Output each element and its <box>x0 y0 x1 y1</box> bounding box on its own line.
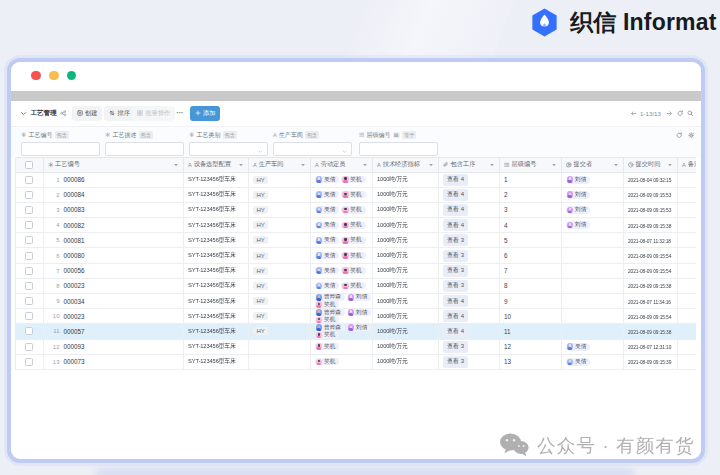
table-row-11[interactable]: 11000057SYT-123456型车床HY曾烨森刘倩笑机1000吨/万元查看… <box>16 324 696 339</box>
column-header-staff[interactable]: A劳动定员 <box>311 158 373 172</box>
view-procs-button[interactable]: 查看 3 <box>443 265 468 277</box>
column-header-device[interactable]: A设备选型配置 <box>184 158 249 172</box>
column-label: 技术经济指标 <box>383 160 420 169</box>
caret-down-icon[interactable] <box>428 162 434 168</box>
row-checkbox[interactable] <box>25 343 33 351</box>
view-procs-button[interactable]: 查看 4 <box>443 325 468 337</box>
search-icon[interactable] <box>687 101 694 126</box>
column-header-time[interactable]: 提交时间 <box>624 158 678 172</box>
filter-label: 层级编号等于 <box>359 130 438 140</box>
view-procs-button[interactable]: 查看 4 <box>443 219 468 231</box>
numbered-list-icon <box>359 132 365 138</box>
table-row-8[interactable]: 8000023SYT-123456型车床HY吴倩笑机1000吨/万元查看 382… <box>16 279 696 294</box>
refresh-icon[interactable] <box>677 101 684 126</box>
column-label: 备注 <box>688 160 696 169</box>
table-row-10[interactable]: 10000023SYT-123456型车床HY曾烨森刘倩笑机1000吨/万元查看… <box>16 309 696 324</box>
close-window-button[interactable] <box>31 71 41 81</box>
pagination-prev-icon[interactable] <box>630 101 637 126</box>
caret-down-icon[interactable] <box>489 162 495 168</box>
filter-select[interactable] <box>273 142 352 156</box>
table-row-2[interactable]: 2000084SYT-123456型车床HY吴倩笑机1000吨/万元查看 42刘… <box>16 188 696 203</box>
view-procs-button[interactable]: 查看 4 <box>443 310 468 322</box>
row-checkbox[interactable] <box>25 236 33 244</box>
row-checkbox[interactable] <box>25 206 33 214</box>
filter-input[interactable] <box>21 142 100 156</box>
table-row-4[interactable]: 4000082SYT-123456型车床HY吴倩笑机1000吨/万元查看 44刘… <box>16 218 696 233</box>
select-all-checkbox[interactable] <box>25 161 33 169</box>
cell-workshop: HY <box>249 173 311 187</box>
app-window: 工艺管理 创建 排序 批量操作 ⋯ 添加 1-13/13 工艺编号包含工艺描述包… <box>11 62 701 459</box>
cell-procs: 查看 4 <box>439 173 500 187</box>
cell-device: SYT-123456型车床 <box>184 173 249 187</box>
caret-down-icon[interactable] <box>613 162 619 168</box>
column-header-workshop[interactable]: A生产车间 <box>249 158 311 172</box>
row-checkbox[interactable] <box>25 297 33 305</box>
maximize-window-button[interactable] <box>67 71 77 81</box>
view-procs-button[interactable]: 查看 3 <box>443 250 468 262</box>
asterisk-icon <box>189 132 195 138</box>
table-row-7[interactable]: 7000056SYT-123456型车床HY吴倩笑机1000吨/万元查看 372… <box>16 264 696 279</box>
filter-refresh-icon[interactable] <box>676 132 683 139</box>
caret-down-icon[interactable] <box>238 162 244 168</box>
cell-submitter <box>562 248 624 262</box>
table-row-6[interactable]: 6000080SYT-123456型车床HY吴倩笑机1000吨/万元查看 362… <box>16 248 696 263</box>
row-checkbox[interactable] <box>25 267 33 275</box>
column-header-remark[interactable]: A备注 <box>678 158 696 172</box>
filter-field-name: 工艺描述 <box>113 131 137 140</box>
row-checkbox[interactable] <box>25 221 33 229</box>
workshop-tag: HY <box>253 191 268 199</box>
user-chip: 刘倩 <box>566 206 590 214</box>
grid-icon <box>137 110 143 116</box>
row-checkbox[interactable] <box>25 358 33 366</box>
view-procs-button[interactable]: 查看 4 <box>443 204 468 216</box>
time-value: 2021-08-09 09:15:39 <box>628 358 671 365</box>
filter-input[interactable] <box>105 142 184 156</box>
column-header-seq[interactable]: 层级编号 <box>500 158 562 172</box>
column-header-code[interactable]: 工艺编号 <box>44 158 185 172</box>
pagination-next-icon[interactable] <box>666 101 673 126</box>
column-header-tech[interactable]: A技术经济指标 <box>373 158 439 172</box>
table-row-13[interactable]: 13000073SYT-123456型车床笑机1000吨/万元查看 313吴倩2… <box>16 355 696 370</box>
add-button[interactable]: 添加 <box>190 106 221 121</box>
user-name: 吴倩 <box>324 252 335 260</box>
share-icon[interactable] <box>60 101 67 126</box>
table-row-3[interactable]: 3000083SYT-123456型车床HY吴倩笑机1000吨/万元查看 43刘… <box>16 203 696 218</box>
view-procs-button[interactable]: 查看 3 <box>443 341 468 353</box>
caret-down-icon[interactable] <box>173 162 179 168</box>
caret-down-icon[interactable] <box>551 162 557 168</box>
row-checkbox[interactable] <box>25 176 33 184</box>
view-procs-button[interactable]: 查看 3 <box>443 234 468 246</box>
table-row-1[interactable]: 1000086SYT-123456型车床HY吴倩笑机1000吨/万元查看 41刘… <box>16 173 696 188</box>
sort-button[interactable]: 排序 <box>104 106 135 121</box>
filter-settings-gear-icon[interactable] <box>688 132 695 139</box>
asterisk-icon <box>48 162 54 168</box>
row-checkbox[interactable] <box>25 191 33 199</box>
row-checkbox[interactable] <box>25 312 33 320</box>
row-checkbox[interactable] <box>25 252 33 260</box>
table-row-5[interactable]: 5000081SYT-123456型车床HY吴倩笑机1000吨/万元查看 352… <box>16 233 696 248</box>
view-procs-button[interactable]: 查看 4 <box>443 189 468 201</box>
cell-remark <box>678 173 696 187</box>
batch-actions-button[interactable]: 批量操作 <box>132 106 175 121</box>
row-checkbox[interactable] <box>25 327 33 335</box>
view-procs-button[interactable]: 查看 4 <box>443 174 468 186</box>
table-row-9[interactable]: 9000034SYT-123456型车床HY曾烨森刘倩笑机1000吨/万元查看 … <box>16 294 696 309</box>
caret-down-icon[interactable] <box>300 162 306 168</box>
more-button[interactable]: ⋯ <box>176 101 183 126</box>
table-row-12[interactable]: 12000093SYT-123456型车床笑机1000吨/万元查看 312吴倩2… <box>16 340 696 355</box>
collapse-chevron-down-icon[interactable] <box>20 101 27 126</box>
caret-down-icon[interactable] <box>667 162 673 168</box>
filter-input[interactable] <box>359 142 438 156</box>
cell-seq: 3 <box>500 203 562 217</box>
create-button[interactable]: 创建 <box>72 106 103 121</box>
column-header-procs[interactable]: 包含工序 <box>439 158 500 172</box>
caret-down-icon[interactable] <box>362 162 368 168</box>
view-procs-button[interactable]: 查看 3 <box>443 356 468 368</box>
column-header-submitter[interactable]: 提交者 <box>562 158 624 172</box>
cell-procs: 查看 4 <box>439 218 500 232</box>
row-checkbox[interactable] <box>25 282 33 290</box>
view-procs-button[interactable]: 查看 3 <box>443 280 468 292</box>
view-procs-button[interactable]: 查看 4 <box>443 295 468 307</box>
minimize-window-button[interactable] <box>49 71 59 81</box>
filter-select[interactable] <box>189 142 268 156</box>
